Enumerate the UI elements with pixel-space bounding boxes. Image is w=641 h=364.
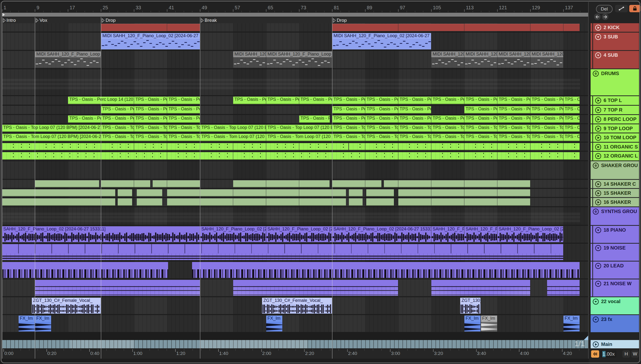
clip-top_loop[interactable]: TPS - Oasis - Top Loop 07 (120 BPM) [202… [266, 125, 332, 132]
clip-tom_loop[interactable]: TPS - Oasis - Tom Loop 07 (120 BPM) [202… [101, 134, 134, 141]
clip-perc[interactable]: TPS - Oasis - Perc Loop 14 (120 BPM) [20… [167, 116, 200, 123]
clip-sh15[interactable] [498, 189, 530, 196]
clip-sh15[interactable] [2, 189, 101, 196]
clip-piano[interactable]: SAHH_120_F_Piano_Loop_02 [2024-06-27 153… [332, 226, 431, 242]
clip-tom_loop[interactable]: TPS - Oasis - Tom Loop 07 (120 BPM) [202… [464, 134, 497, 141]
clip-org_l[interactable] [398, 152, 431, 160]
clip-perc[interactable]: TPS - Oasis - Perc Loop 14 (120 BPM) [20… [101, 116, 134, 123]
clip-sh15[interactable] [101, 189, 115, 196]
main-clip-segment[interactable] [70, 340, 134, 348]
clip-sh16[interactable] [167, 198, 200, 206]
track-header-sub4[interactable]: 4 SUB [593, 51, 639, 68]
clip-sh15[interactable] [464, 189, 497, 196]
clip-org_s[interactable] [101, 143, 134, 150]
clip-sh14[interactable] [101, 180, 134, 188]
arrangement-marker[interactable]: Drop [102, 18, 116, 23]
line-tool-button[interactable] [615, 5, 628, 12]
clip-noise_w[interactable] [35, 280, 200, 296]
track-header-fx[interactable]: 23 fx [590, 315, 639, 332]
lane-noise[interactable] [0, 244, 588, 260]
track-header-perc[interactable]: 8 PERC LOOP [593, 115, 639, 124]
clip-top_l[interactable]: TPS - Oasis - Perc Loop 14 (120 BPM) [20… [498, 97, 530, 104]
clip-kick[interactable] [530, 24, 563, 31]
clip-sh16[interactable] [137, 198, 162, 206]
clip-top_r[interactable]: TPS - Oasis - Perc Loop 14 (120 BPM) [20… [564, 106, 580, 114]
clip-sh16[interactable] [233, 198, 266, 206]
track-header-lead[interactable]: 20 LEAD [593, 262, 639, 279]
delete-button[interactable]: Del [596, 5, 612, 13]
clip-top_r[interactable]: TPS - Oasis - Perc Loop 14 (120 BPM) [20… [464, 106, 497, 114]
clip-sh15[interactable] [332, 189, 346, 196]
clip-tom_loop[interactable]: TPS - Oasis - Tom Loop 07 (120 BPM) [202… [200, 134, 266, 141]
clip-perc[interactable]: TPS - Oasis - Perc Loop 14 (120 BPM) [20… [464, 116, 497, 123]
arrangement-marker[interactable]: Intro [3, 18, 16, 23]
clip-sh15[interactable] [118, 189, 132, 196]
clip-top_l[interactable]: TPS - Oasis - Perc Loop 14 (120 BPM) [20… [266, 97, 299, 104]
lane-perc[interactable]: TPS - Oasis - Perc Loop 14 (120 BPM) [20… [0, 115, 588, 123]
clip-tom_loop[interactable]: TPS - Oasis - Tom Loop 07 (120 BPM) [202… [365, 134, 398, 141]
clip-sh16[interactable] [366, 198, 394, 206]
clip-sh15[interactable] [299, 189, 332, 196]
play-icon[interactable] [595, 107, 601, 114]
clip-org_s[interactable] [2, 143, 35, 150]
clip-fx[interactable]: FX_Im [266, 316, 282, 332]
clip-sh16[interactable] [266, 198, 299, 206]
scrub-bar[interactable] [2, 13, 588, 17]
clip-perc[interactable]: TPS - Oasis - Perc Loop 14 (120 BPM) [20… [365, 116, 398, 123]
clip-sh15[interactable] [233, 189, 266, 196]
clip-sh16[interactable] [349, 198, 362, 206]
clip-top_loop[interactable]: TPS - Oasis - Top Loop 07 (120 BPM) [202… [167, 125, 200, 132]
clip-tom_loop[interactable]: TPS - Oasis - Tom Loop 07 (120 BPM) [202… [530, 134, 563, 141]
clip-sh15[interactable] [349, 189, 362, 196]
play-icon[interactable] [595, 116, 601, 124]
play-icon[interactable] [595, 134, 601, 142]
clip-sh14[interactable] [431, 180, 464, 188]
track-header-sh15[interactable]: 15 SHAKER [593, 189, 639, 197]
play-icon[interactable] [592, 341, 599, 349]
clip-top_loop[interactable]: TPS - Oasis - Top Loop 07 (120 BPM) [202… [464, 125, 497, 132]
clip-org_s[interactable] [498, 143, 530, 150]
clip-sub3[interactable]: MIDI SAHH_120_F_Piano_Loop_02 [2024-06-2… [101, 33, 200, 50]
clip-top_l[interactable]: TPS - Oasis - Perc Loop 14 (120 BPM) [20… [233, 97, 266, 104]
clip-top_l[interactable]: TPS - Oasis - Perc Loop 14 (120 BPM) [20… [564, 97, 580, 104]
clip-org_s[interactable] [167, 143, 200, 150]
clip-top_loop[interactable]: TPS - Oasis - Top Loop 07 (120 BPM) [202… [332, 125, 365, 132]
down-icon[interactable] [595, 263, 601, 270]
track-header-top_r[interactable]: 7 TOP R [593, 106, 639, 114]
clip-perc[interactable]: TPS - Oasis - Perc Loop 14 (120 BPM) [20… [564, 116, 580, 123]
down-icon[interactable] [592, 298, 599, 306]
clip-org_s[interactable] [349, 143, 365, 150]
clip-top_loop[interactable]: TPS - Oasis - Top Loop 07 (120 BPM) [202… [101, 125, 134, 132]
clip-perc[interactable]: TPS - Oasis - Perc Loop 14 (120 BPM) [20… [530, 116, 563, 123]
clip-piano[interactable]: SAHH_120_F_Piano_Loop_02 [2024-06-27 153… [431, 226, 464, 242]
lane-drums[interactable] [0, 69, 588, 95]
down-icon[interactable] [592, 316, 599, 324]
track-header-sh16[interactable]: 16 SHAKER [593, 198, 639, 206]
clip-sub4[interactable]: MIDI SAHH_120_F_Piano_Loop_02 [2024-06-2… [530, 51, 563, 68]
main-clip-segment[interactable] [200, 340, 308, 348]
clip-sh15[interactable] [398, 189, 431, 196]
clip-kick[interactable] [398, 24, 464, 31]
clip-org_s[interactable] [134, 143, 166, 150]
clip-org_l[interactable] [101, 152, 166, 160]
lane-kick[interactable] [0, 23, 588, 32]
clip-sh14[interactable] [398, 180, 431, 188]
clip-org_s[interactable] [233, 143, 266, 150]
clip-lead[interactable] [2, 262, 168, 278]
clip-top_l[interactable]: TPS - Oasis - Perc Loop 14 (120 BPM) [20… [398, 97, 431, 104]
clip-sh16[interactable] [101, 198, 115, 206]
lane-sh14[interactable] [0, 180, 588, 188]
play-icon[interactable] [595, 199, 601, 207]
track-header-noise[interactable]: 19 NOISE [593, 244, 639, 261]
arrangement-marker[interactable]: Break [200, 18, 217, 23]
clip-top_loop[interactable]: TPS - Oasis - Top Loop 07 (120 BPM) [202… [200, 125, 266, 132]
clip-top_r[interactable]: TPS - Oasis - Perc Loop 14 (120 BPM) [20… [498, 106, 530, 114]
play-icon[interactable] [595, 181, 601, 188]
clip-sub4[interactable]: MIDI SAHH_120_F_Piano_Loop_02 [2024-06-2… [464, 51, 497, 68]
track-header-sub3[interactable]: 3 SUB [593, 32, 639, 50]
clip-org_s[interactable] [564, 143, 580, 150]
lane-org_l[interactable] [0, 152, 588, 160]
lane-sh15[interactable] [0, 189, 588, 197]
track-header-org_l[interactable]: 12 ORGANIC L [593, 152, 639, 160]
group-icon[interactable] [592, 162, 599, 170]
